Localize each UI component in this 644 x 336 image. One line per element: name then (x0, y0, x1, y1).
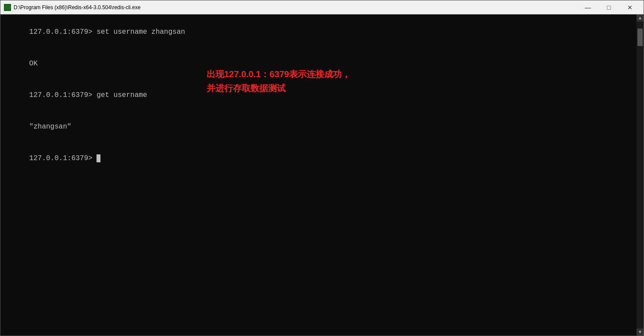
prompt-1: 127.0.0.1:6379> (29, 28, 97, 36)
command-1: set username zhangsan (97, 28, 185, 36)
annotation-line-2: 并进行存取数据测试 (207, 81, 351, 95)
window-title: D:\Program Files (x86)\Redis-x64-3.0.504… (14, 4, 578, 11)
terminal-line-4: "zhangsan" (4, 111, 640, 143)
terminal-line-1: 127.0.0.1:6379> set username zhangsan (4, 16, 640, 48)
output-1: OK (29, 60, 38, 68)
command-2: get username (97, 91, 147, 99)
minimize-button[interactable]: — (578, 1, 598, 14)
window-icon (4, 4, 11, 11)
maximize-button[interactable]: □ (599, 1, 619, 14)
terminal-body[interactable]: 127.0.0.1:6379> set username zhangsan OK… (0, 14, 644, 336)
prompt-2: 127.0.0.1:6379> (29, 91, 97, 99)
output-2: "zhangsan" (29, 123, 72, 131)
terminal-window: D:\Program Files (x86)\Redis-x64-3.0.504… (0, 0, 644, 336)
cursor (97, 154, 100, 162)
title-bar: D:\Program Files (x86)\Redis-x64-3.0.504… (0, 0, 644, 14)
terminal-line-5: 127.0.0.1:6379> (4, 143, 640, 174)
scrollbar[interactable]: ▲ ▼ (637, 14, 644, 336)
scrollbar-up-arrow[interactable]: ▲ (637, 14, 644, 21)
close-button[interactable]: ✕ (620, 1, 640, 14)
scrollbar-down-arrow[interactable]: ▼ (637, 329, 644, 336)
window-controls: — □ ✕ (578, 1, 640, 14)
scrollbar-thumb[interactable] (637, 29, 643, 46)
annotation-line-1: 出现127.0.0.1：6379表示连接成功， (207, 67, 351, 81)
annotation: 出现127.0.0.1：6379表示连接成功， 并进行存取数据测试 (207, 67, 351, 95)
prompt-3: 127.0.0.1:6379> (29, 154, 97, 162)
